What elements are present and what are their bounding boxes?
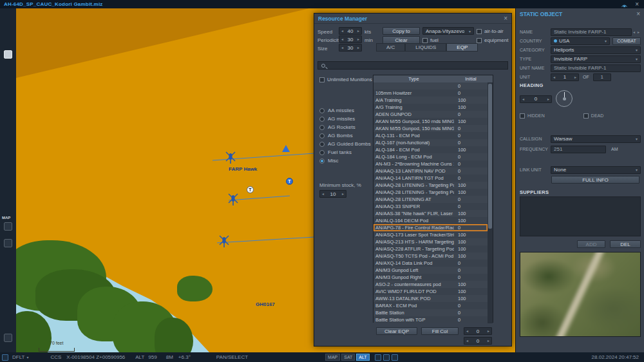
unit-name-field[interactable]: Static Invisible FARP-1 (551, 64, 641, 72)
stepper-right-icon[interactable]: ▸ (355, 44, 361, 51)
stepper-left-icon[interactable]: ◂ (551, 74, 557, 81)
stepper-right-icon[interactable]: ▸ (355, 28, 361, 34)
equipment-row[interactable]: 0 (374, 82, 488, 90)
equipment-row[interactable]: AN/ALQ-164 DECM Pod100 (374, 217, 488, 224)
stepper-right-icon[interactable]: ▸ (573, 74, 578, 81)
min-stock-stepper[interactable]: ◂ 10 ▸ (319, 190, 346, 198)
stepper-left-icon[interactable]: ◂ (339, 28, 345, 34)
equipment-row[interactable]: ALQ-167 (non-functional)0 (374, 139, 488, 146)
equipment-row[interactable]: AN/APG-78 - Fire Control Radar/Rada0 (374, 224, 488, 231)
airport-select[interactable]: Anapa-Vityazevo ▾ (422, 27, 474, 35)
country-select[interactable]: USA ▾ (551, 37, 610, 45)
fuel-checkbox[interactable]: fuel (422, 37, 439, 43)
equipment-row[interactable]: AN/ASQ-213 HTS - HARM Targeting S100 (374, 238, 488, 245)
equipment-row[interactable]: ASO-2 - countermeasures pod100 (374, 281, 488, 288)
hidden-checkbox[interactable]: HIDDEN (520, 113, 545, 119)
equipment-row[interactable]: ALQ-184 Long - ECM Pod0 (374, 153, 488, 160)
filter-fuel-tanks[interactable]: Fuel tanks (319, 148, 371, 157)
air-to-air-checkbox[interactable]: air-to-air (477, 28, 504, 34)
equipment-row[interactable]: AN/AXQ-14 Data Link Pod0 (374, 260, 488, 267)
stepper-right-icon[interactable]: ▸ (340, 191, 346, 197)
equipment-row[interactable]: AN/AAQ-28 LITENING AT0 (374, 196, 488, 203)
stepper-right-icon[interactable]: ▸ (545, 96, 551, 102)
speed-stepper[interactable]: ◂ 40 ▸ (339, 27, 362, 35)
stepper-left-icon[interactable]: ◂ (320, 191, 326, 197)
close-icon[interactable]: × (636, 11, 640, 17)
filter-misc[interactable]: Misc (319, 157, 371, 165)
briefing-icon[interactable] (4, 50, 12, 59)
equipment-row[interactable]: AN/AAQ-14 LANTIRN TGT Pod0 (374, 175, 488, 182)
stepper-right-icon[interactable]: ▸ (636, 30, 641, 34)
keyboard-icon[interactable] (2, 354, 8, 361)
close-icon[interactable]: × (504, 15, 507, 22)
combat-button[interactable]: COMBAT (612, 37, 641, 45)
size-stepper[interactable]: ◂ 30 ▸ (339, 44, 362, 52)
stepper-left-icon[interactable]: ◂ (520, 96, 526, 102)
stepper-left-icon[interactable]: ◂ (339, 44, 345, 51)
fill-value-stepper[interactable]: ◂ 0 ▸ (464, 327, 492, 335)
copy-to-button[interactable]: Copy to (383, 27, 420, 35)
fill-value2-stepper[interactable]: ◂ 0 ▸ (464, 337, 492, 345)
equipment-row[interactable]: AN/M3 Gunpod Right0 (374, 274, 488, 281)
target-marker[interactable]: T (247, 186, 254, 193)
equipment-row[interactable]: AVIC WMD7 FLIR/LDT POD100 (374, 288, 488, 295)
equipment-row[interactable]: 105mm Howitzer0 (374, 90, 488, 97)
frequency-field[interactable]: 251 (551, 146, 606, 153)
view-map-button[interactable]: MAP (325, 354, 340, 361)
filter-aa-missiles[interactable]: AA missiles (319, 106, 371, 115)
callsign-select[interactable]: Warsaw ▾ (551, 135, 641, 143)
equipment-row[interactable]: AN/ASQ-228 ATFLIR - Targeting Pod100 (374, 245, 488, 252)
view-sat-button[interactable]: SAT (341, 354, 355, 361)
stepper-left-icon[interactable]: ◂ (339, 36, 345, 43)
link-unit-select[interactable]: None ▾ (551, 166, 641, 174)
equipment-row[interactable]: AN/AAQ-33 SNIPER0 (374, 203, 488, 210)
suppliers-list[interactable] (520, 196, 641, 236)
stepper-right-icon[interactable]: ▸ (486, 338, 491, 344)
equipment-row[interactable]: ALQ-184 - ECM Pod100 (374, 146, 488, 153)
equipment-row[interactable]: AKAN M/55 Gunpod, 150 rnds MINGR:0 (374, 125, 488, 132)
tab-eqp[interactable]: EQP (446, 43, 478, 52)
equipment-row[interactable]: A/G Training100 (374, 104, 488, 111)
add-button[interactable]: ADD (577, 240, 605, 248)
equipment-row[interactable]: AKAN M/55 Gunpod, 150 rnds MINGR:100 (374, 118, 488, 125)
stepper-left-icon[interactable]: ◂ (464, 328, 470, 334)
view-alt-button[interactable]: ALT (356, 354, 369, 361)
equipment-row[interactable]: AN/ASQ-173 Laser Spot Tracker/Strik100 (374, 231, 488, 238)
layers-icon[interactable] (4, 334, 12, 342)
clear-eqp-button[interactable]: Clear EQP (376, 327, 417, 335)
fill-col-button[interactable]: Fill Col (421, 327, 459, 335)
filter-ag-rockets[interactable]: AG Rockets (319, 123, 371, 131)
scrollbar-thumb[interactable] (488, 84, 492, 229)
farp-label[interactable]: FARP Hawk (229, 166, 257, 172)
stepper-right-icon[interactable]: ▸ (355, 36, 361, 43)
unlimited-munitions-checkbox[interactable]: Unlimited Munitions (319, 77, 372, 82)
resource-manager-titlebar[interactable]: Resource Manager × (314, 14, 511, 24)
modulation-label[interactable]: AM (611, 147, 618, 151)
grid-icon[interactable] (375, 354, 381, 361)
filter-ag-guided-bombs[interactable]: AG Guided Bombs (319, 140, 371, 148)
unit-stepper[interactable]: ◂ 1 ▸ (551, 73, 579, 81)
filter-ag-bombs[interactable]: AG Bombs (319, 131, 371, 140)
equipment-row[interactable]: A/A Training100 (374, 97, 488, 104)
heading-dial[interactable] (556, 90, 573, 107)
equipment-row[interactable]: Battle Station0 (374, 309, 488, 316)
equipment-row[interactable]: AN-M3 - 2*Browning Machine Guns 10 (374, 160, 488, 167)
equipment-row[interactable]: AN/AAS-38 "Nite hawk" FLIR, Laser d100 (374, 210, 488, 217)
equipment-row[interactable]: BARAX - ECM Pod0 (374, 302, 488, 309)
equipment-row[interactable]: Battle Station with TGP0 (374, 316, 488, 323)
heading-stepper[interactable]: ◂ 0 ▸ (520, 95, 552, 103)
periodicity-stepper[interactable]: ◂ 30 ▸ (339, 35, 362, 43)
equipment-row[interactable]: AN/AAQ-13 LANTIRN NAV POD0 (374, 167, 488, 175)
link-tool-icon[interactable] (4, 222, 12, 231)
full-info-button[interactable]: FULL INFO (551, 176, 639, 184)
group-label[interactable]: GH0167 (256, 301, 275, 307)
filter-ag-missiles[interactable]: AG missiles (319, 115, 371, 123)
equipment-table-header[interactable]: Type Initial (374, 75, 493, 82)
tab-a-c[interactable]: A/C (376, 43, 405, 52)
target-marker[interactable]: T (286, 178, 293, 185)
del-button[interactable]: DEL (610, 240, 641, 248)
tab-liquids[interactable]: LIQUIDS (405, 43, 446, 52)
equipment-checkbox[interactable]: equipment (477, 37, 508, 43)
type-select[interactable]: Invisible FARP ▾ (551, 55, 641, 63)
equipment-row[interactable]: AN/ASQ-T50 TCTS Pod - ACMI Pod100 (374, 252, 488, 260)
